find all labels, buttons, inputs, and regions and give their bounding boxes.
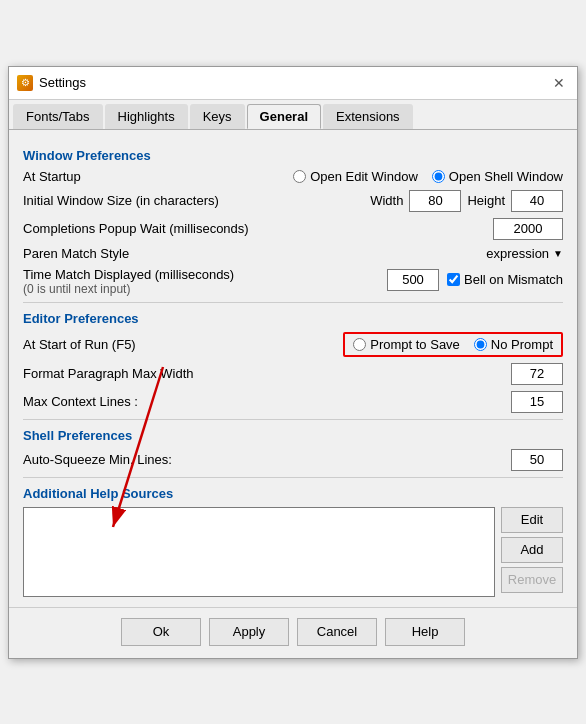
tab-fonts-tabs[interactable]: Fonts/Tabs	[13, 104, 103, 129]
help-sources-listbox[interactable]	[23, 507, 495, 597]
format-para-label: Format Paragraph Max Width	[23, 366, 194, 381]
window-title: Settings	[39, 75, 86, 90]
tab-extensions[interactable]: Extensions	[323, 104, 413, 129]
radio-open-edit-window-label: Open Edit Window	[310, 169, 418, 184]
height-label: Height	[467, 193, 505, 208]
paren-match-dropdown[interactable]: expression ▼	[486, 246, 563, 261]
at-startup-label: At Startup	[23, 169, 81, 184]
auto-squeeze-row: Auto-Squeeze Min. Lines:	[23, 449, 563, 471]
at-start-run-radio-group: Prompt to Save No Prompt	[353, 337, 553, 352]
help-sources-container: Edit Add Remove	[23, 507, 563, 597]
at-startup-radio-group: Open Edit Window Open Shell Window	[293, 169, 563, 184]
apply-button[interactable]: Apply	[209, 618, 289, 646]
radio-no-prompt-input[interactable]	[474, 338, 487, 351]
radio-open-edit-window[interactable]: Open Edit Window	[293, 169, 418, 184]
at-start-run-row: At Start of Run (F5) Prompt to Save No P…	[23, 332, 563, 357]
help-sources-header: Additional Help Sources	[23, 486, 563, 501]
time-match-input[interactable]	[387, 269, 439, 291]
settings-window: ⚙ Settings ✕ Fonts/Tabs Highlights Keys …	[8, 66, 578, 659]
shell-prefs-header: Shell Preferences	[23, 428, 563, 443]
format-para-input[interactable]	[511, 363, 563, 385]
at-startup-row: At Startup Open Edit Window Open Shell W…	[23, 169, 563, 184]
radio-prompt-to-save-input[interactable]	[353, 338, 366, 351]
at-start-run-label: At Start of Run (F5)	[23, 337, 136, 352]
tab-general[interactable]: General	[247, 104, 321, 129]
tab-keys[interactable]: Keys	[190, 104, 245, 129]
window-prefs-header: Window Preferences	[23, 148, 563, 163]
completions-popup-label: Completions Popup Wait (milliseconds)	[23, 221, 249, 236]
radio-prompt-to-save-label: Prompt to Save	[370, 337, 460, 352]
time-match-label: Time Match Displayed (milliseconds)	[23, 267, 234, 282]
help-sources-buttons: Edit Add Remove	[501, 507, 563, 597]
initial-window-size-label: Initial Window Size (in characters)	[23, 193, 219, 208]
radio-no-prompt-label: No Prompt	[491, 337, 553, 352]
time-match-row: Time Match Displayed (milliseconds) (0 i…	[23, 267, 563, 296]
radio-prompt-to-save[interactable]: Prompt to Save	[353, 337, 460, 352]
width-input[interactable]	[409, 190, 461, 212]
max-context-input[interactable]	[511, 391, 563, 413]
completions-popup-row: Completions Popup Wait (milliseconds)	[23, 218, 563, 240]
radio-open-shell-window[interactable]: Open Shell Window	[432, 169, 563, 184]
title-bar: ⚙ Settings ✕	[9, 67, 577, 100]
width-label: Width	[370, 193, 403, 208]
completions-popup-input[interactable]	[493, 218, 563, 240]
tab-highlights[interactable]: Highlights	[105, 104, 188, 129]
radio-open-shell-window-input[interactable]	[432, 170, 445, 183]
chevron-down-icon: ▼	[553, 248, 563, 259]
max-context-row: Max Context Lines :	[23, 391, 563, 413]
help-sources-area: Edit Add Remove	[23, 507, 563, 597]
paren-match-label: Paren Match Style	[23, 246, 129, 261]
initial-window-size-row: Initial Window Size (in characters) Widt…	[23, 190, 563, 212]
max-context-label: Max Context Lines :	[23, 394, 138, 409]
time-match-sublabel: (0 is until next input)	[23, 282, 234, 296]
bell-on-mismatch-checkbox[interactable]: Bell on Mismatch	[447, 272, 563, 287]
remove-button[interactable]: Remove	[501, 567, 563, 593]
tab-bar: Fonts/Tabs Highlights Keys General Exten…	[9, 100, 577, 130]
auto-squeeze-input[interactable]	[511, 449, 563, 471]
editor-prefs-header: Editor Preferences	[23, 311, 563, 326]
paren-match-row: Paren Match Style expression ▼	[23, 246, 563, 261]
tab-content: Window Preferences At Startup Open Edit …	[9, 130, 577, 607]
title-bar-left: ⚙ Settings	[17, 75, 86, 91]
app-icon: ⚙	[17, 75, 33, 91]
radio-open-shell-window-label: Open Shell Window	[449, 169, 563, 184]
add-button[interactable]: Add	[501, 537, 563, 563]
close-button[interactable]: ✕	[549, 73, 569, 93]
bell-on-mismatch-input[interactable]	[447, 273, 460, 286]
bottom-bar: Ok Apply Cancel Help	[9, 607, 577, 658]
at-start-run-highlight: Prompt to Save No Prompt	[343, 332, 563, 357]
cancel-button[interactable]: Cancel	[297, 618, 377, 646]
height-input[interactable]	[511, 190, 563, 212]
bell-on-mismatch-label: Bell on Mismatch	[464, 272, 563, 287]
radio-no-prompt[interactable]: No Prompt	[474, 337, 553, 352]
ok-button[interactable]: Ok	[121, 618, 201, 646]
auto-squeeze-label: Auto-Squeeze Min. Lines:	[23, 452, 172, 467]
radio-open-edit-window-input[interactable]	[293, 170, 306, 183]
edit-button[interactable]: Edit	[501, 507, 563, 533]
paren-match-value: expression	[486, 246, 549, 261]
format-para-row: Format Paragraph Max Width	[23, 363, 563, 385]
help-button[interactable]: Help	[385, 618, 465, 646]
